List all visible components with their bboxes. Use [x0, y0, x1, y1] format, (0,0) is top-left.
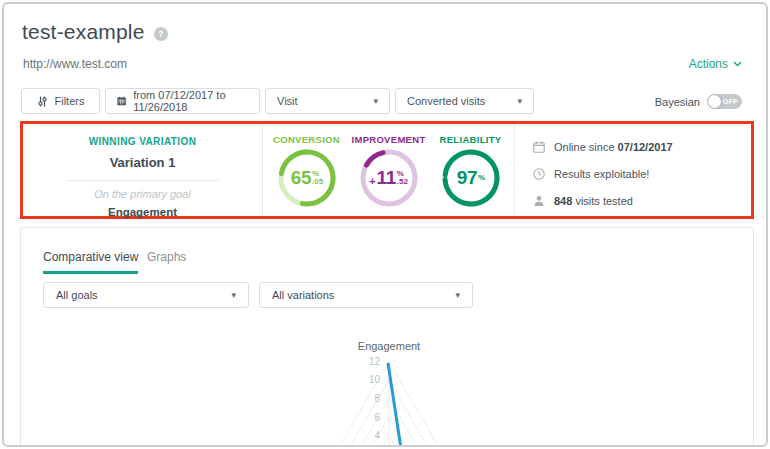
winning-variation-name: Variation 1 [23, 155, 262, 170]
primary-goal-name: Engagement [23, 206, 262, 218]
info-text: Results exploitable! [554, 168, 649, 180]
bayesian-label: Bayesian [655, 96, 700, 108]
improvement-donut: + 11 %.52 [360, 149, 418, 207]
online-since-row: Online since 07/12/2017 [533, 133, 751, 160]
actions-label: Actions [689, 57, 728, 71]
bayesian-toggle[interactable]: OFF [707, 94, 742, 109]
visit-dropdown-value: Visit [277, 95, 365, 107]
sliders-icon [37, 96, 48, 107]
reliability-donut: 97 % [442, 149, 500, 207]
test-status-panel: Online since 07/12/2017 Results exploita… [515, 124, 751, 216]
actions-menu[interactable]: Actions [689, 57, 742, 71]
date-range-label: from 07/12/2017 to 11/26/2018 [133, 89, 248, 113]
converted-visits-dropdown[interactable]: Converted visits ▾ [395, 88, 534, 114]
toggle-state-label: OFF [723, 98, 738, 105]
test-url: http://www.test.com [23, 57, 127, 71]
tab-graphs[interactable]: Graphs [147, 250, 186, 271]
winning-variation-panel: WINNING VARIATION Variation 1 On the pri… [23, 124, 263, 216]
tab-comparative-view[interactable]: Comparative view [43, 250, 138, 274]
reliability-label: RELIABILITY [430, 134, 512, 145]
chevron-down-icon [733, 61, 742, 67]
clock-icon [533, 168, 545, 180]
page-title: test-example [22, 20, 145, 44]
summary-highlight-box: WINNING VARIATION Variation 1 On the pri… [20, 121, 754, 219]
all-goals-dropdown[interactable]: All goals ▾ [43, 282, 249, 308]
caret-down-icon: ▾ [517, 96, 522, 106]
gauges-panel: CONVERSION 65 %.05 IMPROVEMENT [263, 124, 515, 216]
converted-visits-value: Converted visits [407, 95, 509, 107]
page-header: test-example ? [22, 20, 168, 44]
conversion-gauge: CONVERSION 65 %.05 [266, 124, 348, 216]
caret-down-icon: ▾ [231, 290, 236, 300]
divider [67, 180, 219, 181]
all-variations-dropdown[interactable]: All variations ▾ [259, 282, 473, 308]
results-page: test-example ? http://www.test.com Actio… [2, 2, 768, 447]
improvement-gauge: IMPROVEMENT + 11 %.52 [348, 124, 430, 216]
visits-tested-row: 848 visits tested [533, 187, 751, 214]
improvement-value: + 11 %.52 [360, 149, 418, 207]
primary-goal-subtitle: On the primary goal [23, 188, 262, 200]
calendar-icon [533, 141, 545, 153]
svg-text:8: 8 [374, 393, 380, 404]
conversion-label: CONVERSION [266, 134, 348, 145]
filters-label: Filters [55, 95, 85, 107]
conversion-value: 65 %.05 [278, 149, 336, 207]
bayesian-control: Bayesian OFF [655, 94, 742, 109]
all-variations-value: All variations [272, 289, 447, 301]
svg-text:6: 6 [374, 412, 380, 423]
help-icon[interactable]: ? [154, 27, 168, 41]
engagement-radar-chart: 1210864Engagement [21, 328, 753, 447]
caret-down-icon: ▾ [455, 290, 460, 300]
info-text: 848 visits tested [554, 195, 633, 207]
improvement-label: IMPROVEMENT [348, 134, 430, 145]
results-card: Comparative view Graphs All goals ▾ All … [20, 227, 754, 447]
calendar-icon [117, 95, 126, 107]
reliability-value: 97 % [442, 149, 500, 207]
visit-dropdown[interactable]: Visit ▾ [265, 88, 390, 114]
svg-text:4: 4 [374, 430, 380, 441]
date-range-button[interactable]: from 07/12/2017 to 11/26/2018 [105, 88, 260, 114]
all-goals-value: All goals [56, 289, 223, 301]
svg-text:10: 10 [369, 374, 381, 385]
reliability-gauge: RELIABILITY 97 % [430, 124, 512, 216]
toggle-knob [708, 95, 721, 108]
svg-text:12: 12 [369, 356, 381, 367]
info-text: Online since 07/12/2017 [554, 141, 673, 153]
winning-variation-heading: WINNING VARIATION [23, 136, 262, 147]
filters-button[interactable]: Filters [21, 88, 100, 114]
caret-down-icon: ▾ [373, 96, 378, 106]
results-exploitable-row: Results exploitable! [533, 160, 751, 187]
conversion-donut: 65 %.05 [278, 149, 336, 207]
person-icon [533, 195, 545, 207]
svg-text:Engagement: Engagement [358, 340, 420, 352]
